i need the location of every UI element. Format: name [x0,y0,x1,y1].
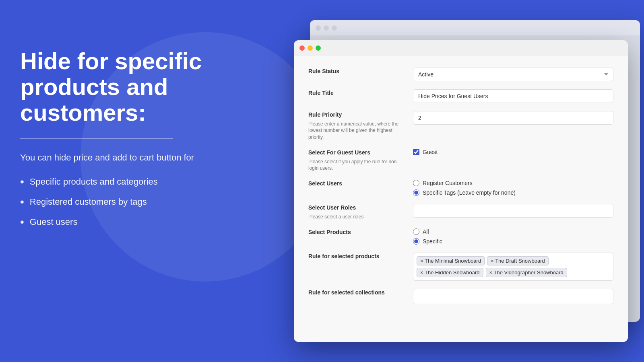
user-roles-label: Select User Roles [308,204,405,212]
select-users-radio-group: Register Customers Specific Tags (Leave … [413,180,613,196]
rule-status-label: Rule Status [308,68,405,76]
guest-checkbox-label: Guest [423,149,438,155]
selected-collections-label-col: Rule for selected collections [308,289,405,297]
guest-users-row: Select For Guest Users Please select if … [308,149,613,172]
all-products-radio[interactable] [413,228,419,235]
list-item: Registered customers by tags [20,195,233,208]
guest-users-hint: Please select if you apply the rule for … [308,158,405,172]
tag-videographer-snowboard[interactable]: × The Videographer Snowboard [486,268,567,277]
rule-status-control[interactable]: Active Inactive [413,68,613,81]
list-item: Specific products and categories [20,175,233,188]
user-roles-row: Select User Roles Please select a user r… [308,204,613,220]
rule-priority-hint: Please enter a numerical value, where th… [308,121,405,141]
back-dot-2 [324,25,329,31]
tag-hidden-snowboard[interactable]: × The Hidden Snowboard [417,268,483,277]
specific-tags-label: Specific Tags (Leave empty for none) [423,189,516,196]
tag-draft-snowboard[interactable]: × The Draft Snowboard [487,256,549,265]
selected-collections-row: Rule for selected collections [308,289,613,304]
select-products-radio-group: All Specific [413,228,613,245]
register-customers-radio-item[interactable]: Register Customers [413,180,613,186]
user-roles-control [413,204,613,218]
rule-priority-label: Rule Priority [308,111,405,119]
rule-priority-row: Rule Priority Please enter a numerical v… [308,111,613,141]
specific-products-radio-item[interactable]: Specific [413,238,613,245]
rule-title-control [413,89,613,103]
rule-status-select[interactable]: Active Inactive [413,68,613,81]
select-users-label: Select Users [308,180,405,188]
selected-products-control: × The Minimal Snowboard × The Draft Snow… [413,253,613,281]
select-products-label: Select Products [308,228,405,237]
subtitle: You can hide price and add to cart butto… [20,152,233,164]
specific-tags-radio-item[interactable]: Specific Tags (Leave empty for none) [413,189,613,196]
rule-priority-control [413,111,613,125]
tag-minimal-snowboard-text: × The Minimal Snowboard [420,258,481,264]
user-roles-label-col: Select User Roles Please select a user r… [308,204,405,220]
minimize-button-dot[interactable] [308,45,313,51]
specific-products-radio[interactable] [413,238,419,245]
selected-products-label-col: Rule for selected products [308,253,405,261]
list-item: Guest users [20,216,233,228]
all-products-radio-item[interactable]: All [413,228,613,235]
selected-collections-label: Rule for selected collections [308,289,405,297]
browser-front: Rule Status Active Inactive Rule Title [294,40,628,342]
rule-title-label: Rule Title [308,89,405,97]
selected-collections-input[interactable] [413,289,613,304]
browser-topbar [294,40,628,56]
tag-draft-snowboard-text: × The Draft Snowboard [491,258,545,264]
left-panel: Hide for specific products and customers… [20,48,233,236]
select-products-control: All Specific [413,228,613,245]
rule-status-label-col: Rule Status [308,68,405,76]
selected-products-row: Rule for selected products × The Minimal… [308,253,613,281]
guest-users-control: Guest [413,149,613,155]
rule-priority-label-col: Rule Priority Please enter a numerical v… [308,111,405,141]
form-content: Rule Status Active Inactive Rule Title [294,56,628,342]
hero-title: Hide for specific products and customers… [20,48,233,125]
tag-minimal-snowboard[interactable]: × The Minimal Snowboard [417,256,485,265]
register-customers-label: Register Customers [423,180,473,186]
register-customers-radio[interactable] [413,180,419,186]
divider [20,138,173,139]
user-roles-input[interactable] [413,204,613,218]
select-products-row: Select Products All Specific [308,228,613,245]
guest-checkbox[interactable] [413,149,419,155]
selected-collections-control [413,289,613,304]
select-users-label-col: Select Users [308,180,405,188]
select-users-control: Register Customers Specific Tags (Leave … [413,180,613,196]
maximize-button-dot[interactable] [316,45,321,51]
select-users-row: Select Users Register Customers Specific… [308,180,613,196]
guest-users-label-col: Select For Guest Users Please select if … [308,149,405,172]
products-tags-container[interactable]: × The Minimal Snowboard × The Draft Snow… [413,253,613,281]
user-roles-hint: Please select a user roles [308,214,405,220]
tag-hidden-snowboard-text: × The Hidden Snowboard [420,269,480,276]
select-products-label-col: Select Products [308,228,405,237]
rule-priority-input[interactable] [413,111,613,125]
specific-tags-radio[interactable] [413,189,419,196]
rule-title-row: Rule Title [308,89,613,103]
browser-back-topbar [310,20,640,35]
close-button-dot[interactable] [299,45,305,51]
guest-checkbox-item[interactable]: Guest [413,149,613,155]
right-panel: Rule Status Active Inactive Rule Title [294,20,632,338]
specific-products-label: Specific [423,238,442,245]
rule-title-input[interactable] [413,89,613,103]
selected-products-label: Rule for selected products [308,253,405,261]
back-dot-3 [332,25,337,31]
rule-status-row: Rule Status Active Inactive [308,68,613,81]
rule-title-label-col: Rule Title [308,89,405,97]
guest-users-label: Select For Guest Users [308,149,405,157]
back-dot-1 [316,25,321,31]
bullet-list: Specific products and categories Registe… [20,175,233,228]
guest-checkbox-group: Guest [413,149,613,155]
tag-videographer-snowboard-text: × The Videographer Snowboard [489,269,564,276]
all-products-label: All [423,228,429,235]
